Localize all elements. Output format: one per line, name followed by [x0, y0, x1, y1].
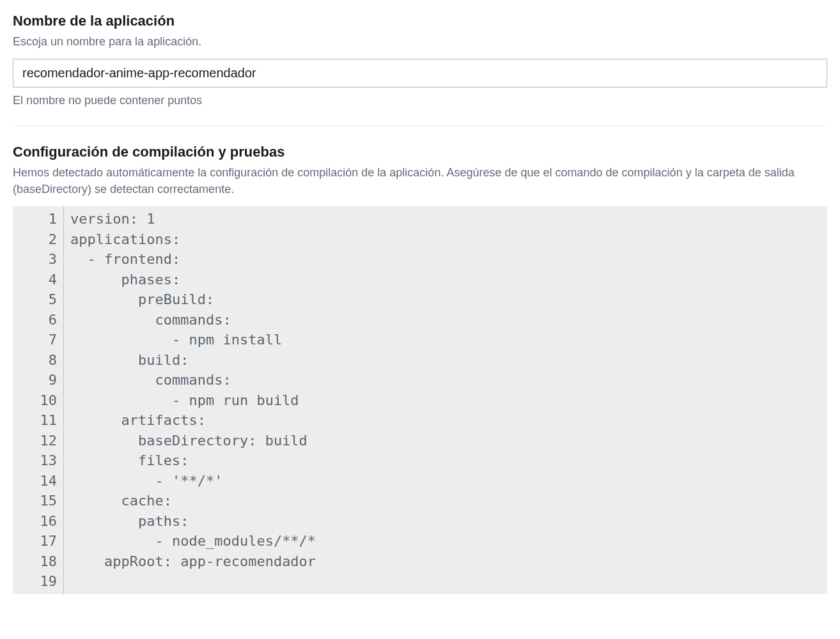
- code-editor[interactable]: 12345678910111213141516171819 version: 1…: [13, 206, 827, 594]
- line-number: 9: [18, 370, 57, 390]
- line-number: 18: [18, 551, 57, 572]
- line-number: 19: [18, 571, 57, 592]
- line-number: 7: [18, 330, 57, 350]
- line-number: 17: [18, 531, 57, 551]
- line-number: 5: [18, 289, 57, 310]
- app-name-title: Nombre de la aplicación: [13, 13, 827, 29]
- line-number: 8: [18, 350, 57, 371]
- line-number: 14: [18, 471, 57, 491]
- code-content[interactable]: version: 1 applications: - frontend: pha…: [64, 206, 827, 594]
- app-name-input[interactable]: [13, 59, 827, 88]
- line-number: 1: [18, 209, 57, 229]
- section-divider: [13, 125, 827, 126]
- code-gutter: 12345678910111213141516171819: [13, 206, 64, 594]
- line-number: 6: [18, 310, 57, 330]
- line-number: 10: [18, 390, 57, 411]
- line-number: 3: [18, 249, 57, 270]
- build-config-section: Configuración de compilación y pruebas H…: [13, 144, 827, 594]
- line-number: 4: [18, 270, 57, 290]
- line-number: 16: [18, 511, 57, 532]
- build-config-title: Configuración de compilación y pruebas: [13, 144, 827, 160]
- line-number: 11: [18, 410, 57, 431]
- line-number: 15: [18, 491, 57, 511]
- build-config-subtitle: Hemos detectado automáticamente la confi…: [13, 164, 827, 197]
- app-name-helper: El nombre no puede contener puntos: [13, 94, 827, 107]
- app-name-section: Nombre de la aplicación Escoja un nombre…: [13, 13, 827, 107]
- line-number: 2: [18, 229, 57, 250]
- line-number: 13: [18, 450, 57, 471]
- line-number: 12: [18, 431, 57, 451]
- app-name-subtitle: Escoja un nombre para la aplicación.: [13, 33, 827, 50]
